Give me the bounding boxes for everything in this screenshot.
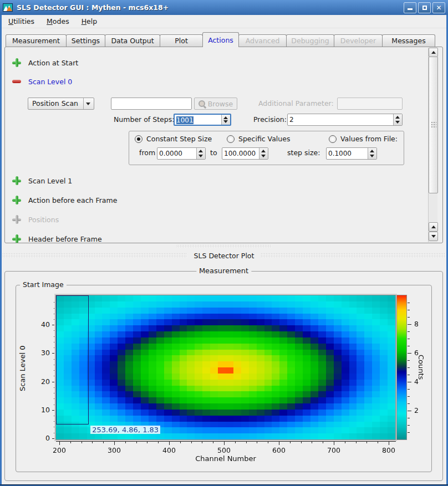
tab-debugging: Debugging — [286, 34, 334, 47]
radio-label: Values from File: — [340, 135, 398, 143]
radio-circle-icon[interactable] — [135, 135, 142, 143]
action-row-scan-level-0[interactable]: Scan Level 0 — [12, 77, 78, 86]
radio-circle-icon[interactable] — [227, 135, 235, 143]
scroll-down-button[interactable] — [429, 232, 438, 241]
menu-bar: UtilitiesModesHelp — [0, 15, 448, 28]
x-axis-major-tick — [224, 441, 225, 445]
scroll-up-button-2[interactable] — [429, 222, 438, 232]
tab-measurement[interactable]: Measurement — [6, 34, 67, 47]
number-of-steps-spinbox[interactable]: 1001 — [174, 114, 231, 126]
magnifier-icon — [198, 100, 205, 107]
tab-messages[interactable]: Messages — [382, 34, 435, 47]
tab-actions[interactable]: Actions — [202, 32, 239, 47]
colorbar-minor-tick — [408, 375, 410, 375]
action-row-action-at-start[interactable]: Action at Start — [12, 58, 78, 67]
x-axis-minor-tick — [268, 441, 268, 443]
colorbar-tick-label: 2 — [414, 406, 419, 415]
x-axis-minor-tick — [312, 441, 312, 443]
minus-red-icon[interactable] — [12, 77, 21, 86]
minimize-icon — [408, 8, 413, 10]
action-row-label[interactable]: Action at Start — [28, 59, 78, 67]
y-axis-tick-label: 40 — [33, 320, 50, 329]
action-row-label[interactable]: Scan Level 1 — [28, 177, 72, 185]
y-axis-major-tick — [52, 438, 56, 439]
maximize-icon — [422, 6, 427, 10]
from-spinbox[interactable]: 0.0000 — [157, 147, 206, 160]
spinner-arrows-icon[interactable] — [259, 148, 268, 159]
step-mode-radio-group: Constant Step SizeSpecific ValuesValues … — [133, 131, 404, 145]
action-row-label[interactable]: Positions — [28, 216, 59, 224]
minimize-button[interactable] — [404, 2, 416, 13]
y-axis-major-tick — [52, 325, 56, 325]
step-size-value: 0.1000 — [327, 148, 368, 159]
plus-green-icon[interactable] — [12, 58, 21, 67]
x-axis-minor-tick — [125, 441, 126, 443]
colorbar-major-tick — [408, 382, 411, 382]
step-size-spinbox[interactable]: 0.1000 — [326, 147, 377, 160]
chevron-down-icon[interactable] — [83, 98, 94, 109]
window-titlebar[interactable]: SLS Detector GUI : Mythen - mcs6x18+ ✕ — [0, 0, 448, 15]
browse-button[interactable]: Browse — [194, 98, 237, 110]
action-row-action-before-each-frame[interactable]: Action before each Frame — [12, 196, 117, 204]
action-row-positions[interactable]: Positions — [12, 215, 117, 224]
x-axis-tick-label: 800 — [375, 446, 403, 454]
radio-specific-values[interactable]: Specific Values — [227, 135, 290, 143]
to-spinbox[interactable]: 100.0000 — [222, 147, 268, 160]
scroll-up-button[interactable] — [429, 48, 438, 57]
x-axis-minor-tick — [366, 441, 367, 443]
scan-script-input[interactable] — [111, 98, 192, 110]
radio-label: Constant Step Size — [146, 135, 212, 143]
colorbar-minor-tick — [408, 425, 410, 426]
colorbar-minor-tick — [408, 331, 410, 332]
action-row-scan-level-1[interactable]: Scan Level 1 — [12, 176, 117, 185]
colorbar-minor-tick — [408, 339, 410, 339]
action-row-header-before-frame[interactable]: Header before Frame — [12, 234, 117, 243]
plot-dock-titlebar[interactable]: SLS Detector Plot — [2, 250, 446, 260]
tab-settings[interactable]: Settings — [66, 34, 105, 47]
vertical-scrollbar[interactable] — [428, 48, 437, 242]
action-rows-top: Action at StartScan Level 0 — [12, 58, 78, 96]
scan-mode-combobox[interactable]: Position Scan — [28, 98, 94, 110]
plus-gray-icon[interactable] — [12, 215, 21, 224]
x-axis-minor-tick — [257, 441, 257, 443]
scrollbar-thumb[interactable] — [429, 57, 438, 193]
additional-parameter-input[interactable] — [337, 98, 403, 110]
colorbar-minor-tick — [408, 310, 410, 310]
x-axis-tick-label: 500 — [210, 446, 238, 454]
precision-spinbox[interactable]: 2 — [287, 114, 403, 126]
splitter-handle[interactable] — [176, 244, 272, 248]
radio-circle-icon[interactable] — [329, 135, 337, 143]
tab-data-output[interactable]: Data Output — [105, 34, 160, 47]
x-axis-major-tick — [169, 441, 170, 445]
scan-mode-value: Position Scan — [28, 98, 83, 109]
plus-green-icon[interactable] — [12, 176, 21, 185]
menu-help[interactable]: Help — [77, 16, 103, 27]
spinner-arrows-icon[interactable] — [196, 148, 205, 159]
grip-dots-icon — [431, 121, 436, 128]
tab-developer: Developer — [334, 34, 383, 47]
tab-plot[interactable]: Plot — [160, 34, 203, 47]
action-row-label[interactable]: Action before each Frame — [28, 196, 117, 204]
colorbar-major-tick — [408, 353, 411, 354]
colorbar-minor-tick — [408, 403, 410, 404]
close-button[interactable]: ✕ — [432, 2, 445, 13]
plus-green-icon[interactable] — [12, 234, 21, 243]
to-label: to — [210, 147, 217, 159]
x-axis-minor-tick — [70, 441, 71, 443]
plus-green-icon[interactable] — [12, 196, 21, 204]
spinner-arrows-icon[interactable] — [393, 114, 402, 125]
x-axis-major-tick — [279, 441, 279, 445]
menu-utilities[interactable]: Utilities — [3, 16, 39, 27]
menu-modes[interactable]: Modes — [42, 16, 74, 27]
action-row-label[interactable]: Header before Frame — [28, 235, 102, 243]
additional-parameter-label: Additional Parameter: — [258, 98, 334, 110]
maximize-button[interactable] — [418, 2, 431, 13]
spinner-arrows-icon[interactable] — [221, 115, 230, 125]
radio-constant-step-size[interactable]: Constant Step Size — [135, 135, 212, 143]
radio-values-from-file[interactable]: Values from File: — [329, 135, 398, 143]
x-axis-minor-tick — [147, 441, 147, 443]
plot-overlay: 253.69, 4.86, 1.83 — [56, 295, 395, 439]
number-of-steps-value: 1001 — [176, 116, 194, 124]
spinner-arrows-icon[interactable] — [368, 148, 376, 159]
action-row-label[interactable]: Scan Level 0 — [28, 78, 72, 86]
